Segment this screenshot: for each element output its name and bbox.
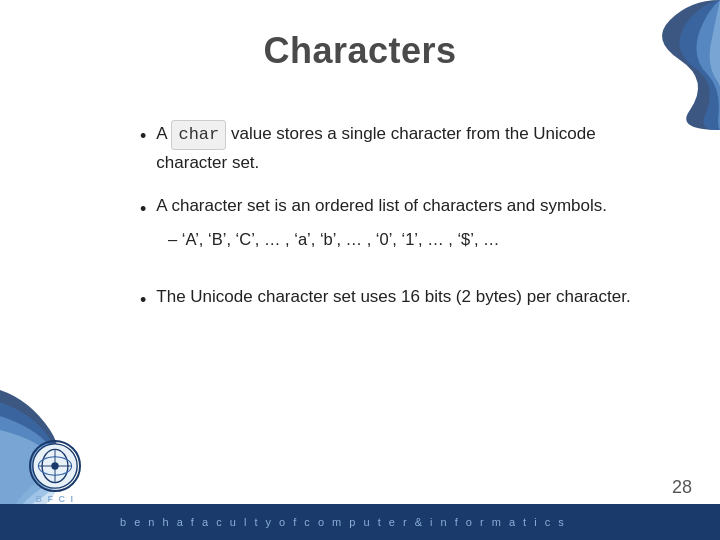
logo-circle (29, 440, 81, 492)
list-item: • A character set is an ordered list of … (140, 193, 660, 266)
sub-item: – ‘A’, ‘B’, ‘C’, … , ‘a’, ‘b’, … , ‘0’, … (168, 227, 500, 252)
code-char: char (171, 120, 226, 150)
bottom-bar-text: B e n h a f a c u l t y o f c o m p u t … (120, 516, 566, 528)
bullet1-text: A char value stores a single character f… (156, 120, 660, 175)
page-number: 28 (672, 477, 692, 498)
logo-area: B F C I (10, 439, 100, 504)
list-item: • A char value stores a single character… (140, 120, 660, 175)
bullet-dot: • (140, 123, 146, 150)
title-area: Characters (0, 30, 720, 72)
logo-label: B F C I (36, 494, 75, 504)
bullet1-prefix: A (156, 124, 171, 143)
bullet3-text: The Unicode character set uses 16 bits (… (156, 284, 630, 310)
bullet-dot: • (140, 196, 146, 223)
bottom-bar: B e n h a f a c u l t y o f c o m p u t … (0, 504, 720, 540)
bullet-dot: • (140, 287, 146, 314)
bullet2-text: A character set is an ordered list of ch… (156, 193, 607, 219)
list-item: • The Unicode character set uses 16 bits… (140, 284, 660, 314)
content-area: • A char value stores a single character… (140, 120, 660, 460)
bullet-list: • A char value stores a single character… (140, 120, 660, 314)
slide: Characters • A char value stores a singl… (0, 0, 720, 540)
slide-title: Characters (0, 30, 720, 72)
